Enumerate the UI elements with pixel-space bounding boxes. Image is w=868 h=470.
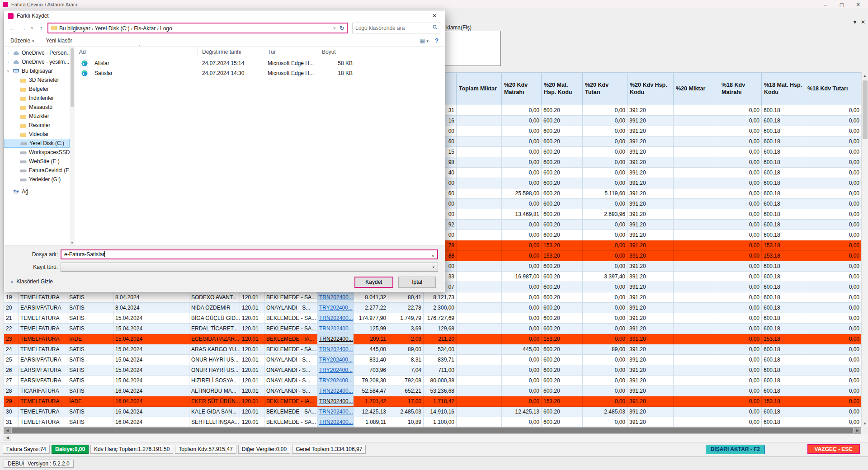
breadcrumb-item-fis-aktar[interactable]: Fis-Aktar [134,25,156,32]
document-link[interactable]: TRN202400... [317,396,354,407]
sidebar-scroll-down-icon[interactable]: ▼ [70,241,75,244]
vertical-scrollbar-thumb[interactable] [863,80,868,139]
save-button[interactable]: Kaydet [354,277,393,288]
document-link[interactable]: TRN202400... [317,344,354,355]
scroll-down-icon[interactable]: ▼ [862,420,868,427]
breadcrumb-item-logo[interactable]: Logo [160,25,172,32]
breadcrumb-item-yerel-disk-c[interactable]: Yerel Disk (C:) [94,25,129,32]
cancel-esc-button[interactable]: VAZGEÇ - ESC [807,444,860,454]
sidebar-item-yedekler-g[interactable]: Yedekler (G:) [4,175,70,184]
grid-row[interactable]: 22TEMELFATURASATIS15.04.2024ERDAL TİCARE… [4,324,861,334]
sidebar-item-faturacevirici-f[interactable]: FaturaCevirici (F [4,166,70,175]
sidebar-item-videolar[interactable]: Videolar [4,130,70,139]
document-link[interactable]: TRN202400... [317,334,354,344]
maximize-button[interactable]: ▢ [834,0,850,9]
horizontal-scrollbar-thumb[interactable] [12,428,853,433]
grid-row[interactable]: 31TEMELFATURASATIS16.04.2024SERTELLİ İNŞ… [4,417,861,427]
scroll-right-icon[interactable]: ▶ [854,427,861,434]
grid-row[interactable]: 23TEMELFATURAİADE15.04.2024ECEGIDA PAZAR… [4,334,861,344]
forward-icon[interactable]: → [19,24,28,32]
tree-expander-icon[interactable]: › [6,60,10,64]
hide-folders-button[interactable]: ∧ Klasörleri Gizle [10,278,53,285]
grid-header-vat18-base[interactable]: %18 Kdv Matrahı [719,73,762,105]
document-link[interactable]: TRN202400... [317,313,354,324]
organize-button[interactable]: Düzenle▾ [10,38,34,44]
vertical-scrollbar[interactable]: ▲ ▼ [861,72,868,427]
grid-row[interactable]: 20EARSIVFATURASATIS8.04.2024NİDA ÖZDEMİR… [4,303,861,313]
grid-row[interactable]: 29TEMELFATURAİADE16.04.2024EKER SÜT ÜRÜN… [4,396,861,407]
document-link[interactable]: TRY202400... [317,365,354,376]
address-bar[interactable]: Bu bilgisayar › Yerel Disk (C:) › Fis-Ak… [47,23,348,33]
document-link[interactable]: TRN202400... [317,417,354,427]
history-chevron-icon[interactable]: ∨ [29,26,35,30]
sidebar-item-onedrive-yesilm[interactable]: ›OneDrive - yesilm... [4,57,70,66]
filetype-chevron-icon[interactable]: ∨ [432,264,435,269]
grid-header-total-quantity[interactable]: Toplam Miktar [457,73,502,105]
panel-collapse-icon[interactable]: ▾ [854,19,856,25]
grid-row[interactable]: 24TEMELFATURASATIS15.04.2024ARAS KARGO Y… [4,344,861,355]
sidebar-item-belgeler[interactable]: Belgeler [4,85,70,94]
up-icon[interactable]: ↑ [37,24,46,32]
search-icon[interactable] [432,24,438,32]
breadcrumb-item-bu-bilgisayar[interactable]: Bu bilgisayar [59,25,90,32]
file-column-header-ad[interactable]: Ad [75,47,198,57]
tree-expander-icon[interactable]: › [6,51,10,55]
file-column-header-boyut[interactable]: Boyut [317,47,357,57]
document-link[interactable]: TRN202400... [317,386,354,396]
filename-input[interactable]: e-Fatura-Satislar ∨ [61,249,438,259]
grid-row[interactable]: 25EARSIVFATURASATIS15.04.2024ONUR HAYRİ … [4,355,861,365]
grid-row[interactable]: 27EARSIVFATURASATIS15.04.2024HIZIRELİ SO… [4,376,861,386]
document-link[interactable]: TRY202400... [317,303,354,313]
panel-close-icon[interactable]: ✕ [861,19,865,25]
grid-row[interactable]: 30TEMELFATURASATIS16.04.2024KALE GIDA SA… [4,407,861,417]
tree-expander-icon[interactable]: ∨ [6,69,10,73]
document-link[interactable]: TRN202400... [317,292,354,303]
mini-scroll-left-icon[interactable]: ◀ [4,435,11,441]
scroll-up-icon[interactable]: ▲ [862,72,868,79]
filetype-select[interactable]: ∨ [61,263,438,272]
cancel-button[interactable]: İptal [398,277,436,288]
sidebar-scrollbar-thumb[interactable] [71,48,74,107]
view-options-button[interactable]: ▦ ▾ [420,38,429,44]
grid-header-vat18-amount[interactable]: %18 Kdv Tutarı [805,73,861,105]
sidebar-item-bu-bilgisayar[interactable]: ∨Bu bilgisayar [4,66,70,75]
search-input[interactable]: Logo klasöründe ara [352,23,441,33]
sidebar-item-a[interactable]: Ağ [4,187,70,196]
sidebar-scrollbar[interactable]: ▲ ▼ [70,47,75,245]
grid-row[interactable]: 28TICARIFATURASATIS16.04.2024ALTINORDU M… [4,386,861,396]
grid-header-vat20-quantity[interactable]: %20 Miktar [674,73,719,105]
grid-header-vat20-amount[interactable]: %20 Kdv Tutarı [583,73,627,105]
sidebar-item-onedrive-person[interactable]: ›OneDrive - Person... [4,48,70,57]
sidebar-item-3d-nesneler[interactable]: 3D Nesneler [4,75,70,85]
close-button[interactable]: ✕ [850,0,866,9]
sidebar-item-resimler[interactable]: Resimler [4,121,70,130]
sidebar-item-website-e[interactable]: WebSite (E:) [4,157,70,166]
sidebar-item-m-zikler[interactable]: Müzikler [4,112,70,121]
document-link[interactable]: TRY202400... [317,376,354,386]
grid-row[interactable]: 26EARSIVFATURASATIS15.04.2024ONUR HAYRİ … [4,365,861,376]
help-icon[interactable]: ? [435,37,439,44]
sidebar-item-i-ndirilenler[interactable]: İndirilenler [4,94,70,103]
grid-header-vat20-base[interactable]: %20 Kdv Matrahı [502,73,542,105]
back-icon[interactable]: ← [8,24,17,32]
export-button[interactable]: DIŞARI AKTAR - F2 [706,445,765,454]
sidebar-item-yerel-disk-c[interactable]: Yerel Disk (C:) [4,139,70,148]
minimize-button[interactable]: – [817,0,834,9]
grid-row[interactable]: 19TEMELFATURASATIS8.04.2024SODEXO AVANT.… [4,292,861,303]
grid-header-vat18-account[interactable]: %18 Mat. Hsp. Kodu [762,73,805,105]
file-row[interactable]: Alislar24.07.2024 15:14Microsoft Edge H.… [75,58,444,68]
sidebar-item-workspacesssd[interactable]: WorkspacesSSD ( [4,148,70,157]
filename-chevron-icon[interactable]: ∨ [431,252,434,259]
document-link[interactable]: TRN202400... [317,324,354,334]
document-link[interactable]: TRY202400... [317,355,354,365]
grid-row[interactable]: 21TEMELFATURASATIS15.04.2024BİGA GÜÇLÜ G… [4,313,861,324]
document-link[interactable]: TRN202400... [317,407,354,417]
refresh-icon[interactable]: ↻ [340,25,344,32]
grid-header-vat20-vat-account[interactable]: %20 Kdv Hsp. Kodu [627,73,674,105]
file-column-header-t-r[interactable]: Tür [263,47,317,57]
grid-header-vat20-account[interactable]: %20 Mat. Hsp. Kodu [542,73,583,105]
scroll-left-icon[interactable]: ◀ [4,427,11,434]
sidebar-item-masa-st[interactable]: Masaüstü [4,103,70,112]
horizontal-scrollbar[interactable]: ◀ ▶ [4,427,861,434]
new-folder-button[interactable]: Yeni klasör [46,38,72,44]
